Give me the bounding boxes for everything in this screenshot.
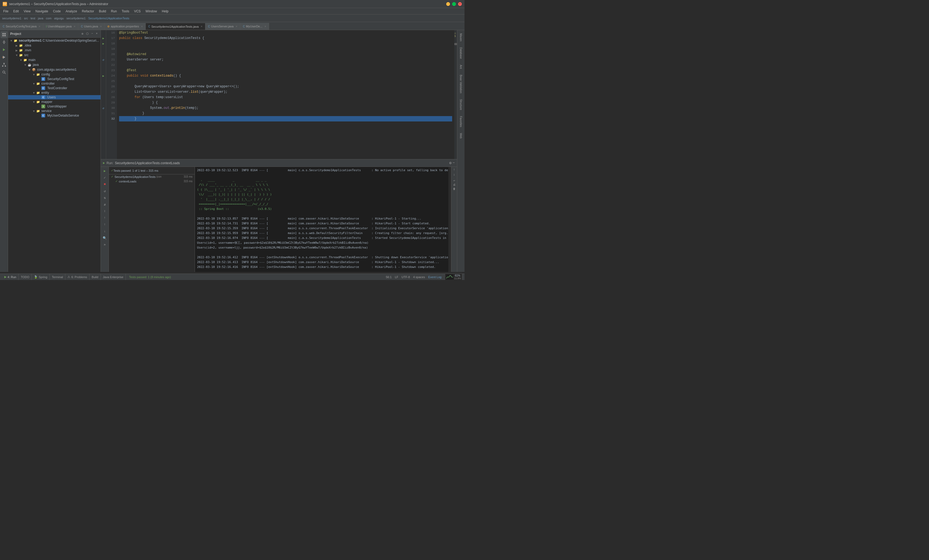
- code-content[interactable]: ▶ ▶ ↺ ▶ ↺ 1: [101, 30, 457, 159]
- tab-security-application-tests[interactable]: C Securitydemo1ApplicationTests.java ×: [146, 23, 205, 30]
- menu-edit[interactable]: Edit: [11, 9, 21, 14]
- test-context-loads-item[interactable]: ✓ contextLoads 315 ms: [109, 179, 195, 184]
- menu-view[interactable]: View: [21, 9, 33, 14]
- clear-icon[interactable]: 🗑: [453, 187, 455, 191]
- tab-close-icon[interactable]: ×: [236, 25, 238, 28]
- tab-application-props[interactable]: ⚙ application.properties ×: [104, 23, 146, 30]
- project-icon[interactable]: [0, 31, 8, 38]
- run-icon[interactable]: [0, 46, 8, 53]
- tab-users-mapper[interactable]: I UsersMapper.java ×: [43, 23, 78, 30]
- bottom-tab-build[interactable]: Build: [89, 274, 101, 280]
- console-scrollbar[interactable]: [448, 167, 451, 272]
- code-lines[interactable]: @SpringBootTest public class Securitydem…: [117, 30, 454, 159]
- tab-close-icon[interactable]: ×: [74, 25, 75, 28]
- menu-code[interactable]: Code: [51, 9, 63, 14]
- debug-icon[interactable]: [0, 54, 8, 61]
- cpu-meter[interactable]: 61% 11.8%: [445, 273, 462, 280]
- sidebar-bean-validation[interactable]: Bean Validation: [459, 73, 463, 95]
- test-root-item[interactable]: ✓ Securitydemo1ApplicationTests (con 315…: [109, 174, 195, 179]
- reload-gutter-20[interactable]: ↺: [101, 57, 106, 62]
- breadcrumb-test[interactable]: test: [31, 17, 35, 20]
- tab-close-icon[interactable]: ×: [265, 25, 266, 28]
- bottom-tab-problems[interactable]: ⚠ 6: Problems: [65, 274, 89, 280]
- tree-entity[interactable]: ▼ 📁 entity: [8, 90, 101, 95]
- scroll-down-icon[interactable]: ↓: [453, 173, 455, 176]
- run-expand-button[interactable]: ↕: [102, 208, 108, 214]
- breadcrumb-java[interactable]: java: [38, 17, 43, 20]
- bottom-tab-run[interactable]: ▶ 4: Run: [2, 274, 18, 280]
- bottom-tab-todo[interactable]: TODO: [18, 274, 32, 280]
- search-icon[interactable]: [0, 69, 8, 76]
- tree-java[interactable]: ▼ ☕ java: [8, 62, 101, 67]
- tree-root[interactable]: ▼ 📁 securitydemo1 C:\Users\xiexie\Deskto…: [8, 38, 101, 43]
- maximize-button[interactable]: □: [452, 2, 456, 6]
- menu-analyze[interactable]: Analyze: [63, 9, 79, 14]
- tree-mvn[interactable]: ▶ 📁 .mvn: [8, 48, 101, 53]
- event-log[interactable]: Event Log: [428, 275, 442, 278]
- run-play-button[interactable]: ▶: [102, 168, 108, 174]
- breadcrumb-src[interactable]: src: [24, 17, 28, 20]
- run-next-button[interactable]: ↓: [102, 228, 108, 234]
- soft-wrap-icon[interactable]: ↵: [453, 179, 455, 182]
- sidebar-maven[interactable]: Maven: [459, 31, 463, 44]
- run-collapse-button[interactable]: ↑: [102, 215, 108, 221]
- breadcrumb-root[interactable]: securitydemo1: [2, 17, 21, 20]
- tree-users-mapper[interactable]: ▶ I UsersMapper: [8, 104, 101, 109]
- menu-tools[interactable]: Tools: [120, 9, 132, 14]
- tree-test-controller[interactable]: ▶ C TestController: [8, 86, 101, 90]
- commit-icon[interactable]: [0, 39, 8, 46]
- run-settings-icon[interactable]: ⚙: [449, 161, 451, 165]
- tree-controller[interactable]: ▼ 📁 controller: [8, 81, 101, 86]
- tree-main[interactable]: ▼ 📁 main: [8, 58, 101, 62]
- menu-file[interactable]: File: [1, 9, 11, 14]
- structure-icon[interactable]: [0, 61, 8, 68]
- tab-close-icon[interactable]: ×: [201, 25, 202, 28]
- tab-users-server[interactable]: C UsersServer.java ×: [205, 23, 240, 30]
- run-close-icon[interactable]: −: [453, 161, 455, 165]
- tree-service[interactable]: ▼ 📁 service: [8, 109, 101, 113]
- close-panel-icon[interactable]: ×: [95, 32, 98, 36]
- expand-icon[interactable]: ⬡: [85, 32, 89, 36]
- menu-navigate[interactable]: Navigate: [33, 9, 50, 14]
- breadcrumb-atguigu[interactable]: atguigu: [54, 17, 64, 20]
- bottom-tab-terminal[interactable]: Terminal: [50, 274, 66, 280]
- breadcrumb-com[interactable]: com: [46, 17, 52, 20]
- breadcrumb-class[interactable]: Securitydemo1ApplicationTests: [88, 17, 129, 20]
- tree-src[interactable]: ▼ 📁 src: [8, 53, 101, 58]
- tree-idea[interactable]: ▶ 📁 .idea: [8, 43, 101, 48]
- tab-close-icon[interactable]: ×: [141, 25, 143, 28]
- print-icon[interactable]: 🖨: [453, 183, 455, 186]
- tree-package[interactable]: ▼ 📦 com.atguigu.securitydemo1: [8, 67, 101, 72]
- sidebar-web[interactable]: Web: [459, 131, 463, 141]
- run-gutter-23[interactable]: ▶: [101, 73, 106, 78]
- tree-users[interactable]: ▶ C Users: [8, 95, 101, 99]
- editor-scrollbar[interactable]: ⚠ 1: [454, 30, 457, 159]
- tab-security-config[interactable]: C SecurityConfigTest.java ×: [0, 23, 43, 30]
- bottom-tab-java-enterprise[interactable]: Java Enterprise: [101, 274, 126, 280]
- sidebar-structure[interactable]: Structure: [459, 97, 463, 112]
- tab-my-user-details[interactable]: C MyUserDe... ×: [240, 23, 269, 30]
- console-output[interactable]: 2022-03-10 19:52:12.523 INFO 8164 --- [ …: [195, 167, 448, 272]
- gear-icon[interactable]: ⚙: [81, 32, 84, 36]
- close-button[interactable]: ×: [458, 2, 462, 6]
- run-check-button[interactable]: ✓: [102, 174, 108, 181]
- minus-icon[interactable]: −: [90, 32, 94, 36]
- minimize-button[interactable]: −: [446, 2, 450, 6]
- menu-run[interactable]: Run: [109, 9, 119, 14]
- breadcrumb-securitydemo1[interactable]: securitydemo1: [66, 17, 86, 20]
- run-gutter-16[interactable]: ▶: [101, 35, 106, 41]
- run-gutter-17[interactable]: ▶: [101, 41, 106, 46]
- menu-window[interactable]: Window: [143, 9, 159, 14]
- scroll-up-icon[interactable]: ↑: [453, 168, 455, 172]
- run-sort2-button[interactable]: ⇵: [102, 202, 108, 207]
- run-more-button[interactable]: »: [102, 242, 108, 248]
- menu-help[interactable]: Help: [159, 9, 171, 14]
- menu-build[interactable]: Build: [97, 9, 108, 14]
- menu-refactor[interactable]: Refactor: [80, 9, 96, 14]
- tree-mapper[interactable]: ▼ 📁 mapper: [8, 99, 101, 104]
- sidebar-favorites[interactable]: Favorites: [459, 114, 463, 129]
- sidebar-database[interactable]: Database: [459, 45, 463, 61]
- tree-security-config-test[interactable]: ▶ C SecurityConfigTest: [8, 77, 101, 81]
- menu-vcs[interactable]: VCS: [132, 9, 143, 14]
- run-prev-button[interactable]: ↑: [102, 222, 108, 228]
